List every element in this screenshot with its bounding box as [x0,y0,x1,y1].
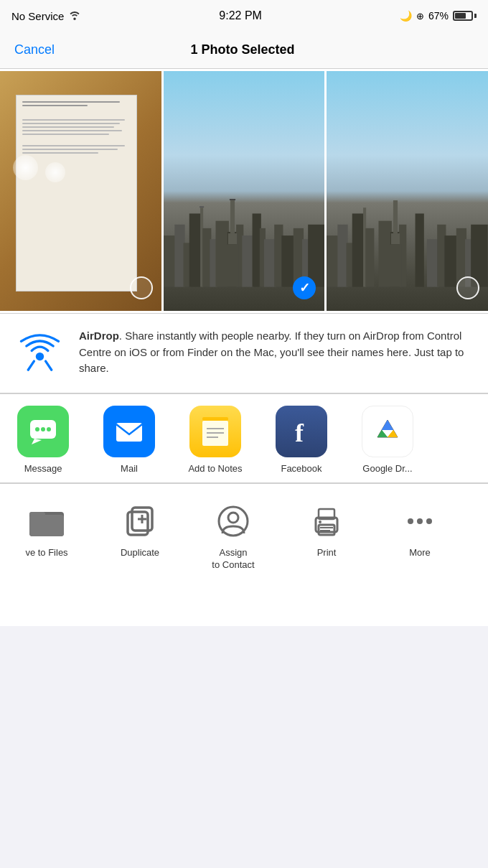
app-label-drive: Google Dr... [362,463,412,474]
svg-rect-36 [427,239,438,286]
notes-icon [189,406,241,457]
svg-marker-49 [32,439,42,444]
wifi-icon [68,10,81,22]
svg-rect-53 [116,423,142,442]
svg-marker-67 [388,430,398,437]
svg-rect-54 [202,417,228,421]
action-label-print: Print [317,547,337,559]
photo-cell-2[interactable]: ✓ [164,71,325,311]
nav-bar: Cancel 1 Photo Selected [0,32,488,69]
action-row: ve to Files Duplicate Assignto Contact [0,484,488,583]
duplicate-icon [120,501,160,541]
svg-rect-4 [189,213,200,286]
drive-icon [362,406,413,457]
battery-icon [453,11,477,21]
photo-cell-3[interactable] [327,71,488,311]
svg-point-52 [47,427,51,431]
folder-icon [27,501,67,541]
svg-rect-24 [226,244,238,286]
facebook-icon: f [276,406,327,457]
message-icon [17,406,69,457]
svg-rect-31 [365,228,374,286]
battery-percent: 67% [428,10,449,22]
app-item-notes[interactable]: Add to Notes [172,406,258,474]
app-item-facebook[interactable]: f Facebook [258,406,344,474]
svg-line-46 [28,361,34,370]
svg-rect-17 [281,235,294,286]
svg-rect-15 [264,239,276,286]
app-row: Message Mail Add to Notes f [0,394,488,483]
airdrop-title: AirDrop [79,330,119,342]
action-assign-contact[interactable]: Assignto Contact [187,495,280,577]
mail-icon [103,406,155,457]
svg-rect-2 [174,224,184,286]
svg-rect-5 [200,206,204,207]
more-icon [400,501,440,541]
svg-point-82 [319,521,322,523]
svg-rect-20 [308,224,324,286]
svg-rect-43 [391,233,400,244]
moon-icon: 🌙 [400,10,412,22]
svg-rect-27 [338,224,348,286]
action-print[interactable]: Print [280,495,373,577]
print-icon [306,501,347,541]
svg-point-84 [417,518,423,524]
app-label-facebook: Facebook [281,463,322,474]
svg-text:f: f [295,419,304,447]
app-item-drive[interactable]: Google Dr... [344,406,431,474]
cancel-button[interactable]: Cancel [14,42,55,57]
svg-rect-29 [352,213,364,286]
app-label-message: Message [24,463,62,474]
svg-point-85 [426,518,432,524]
app-item-message[interactable]: Message [0,406,86,474]
svg-rect-41 [471,224,488,286]
action-label-more: More [409,547,431,559]
time-label: 9:22 PM [219,9,262,22]
svg-marker-65 [382,420,393,430]
svg-point-83 [408,518,413,524]
status-bar: No Service 9:22 PM 🌙 ⊕ 67% [0,0,488,32]
photo-grid: ✓ [0,69,488,313]
nav-title: 1 Photo Selected [190,42,294,57]
location-icon: ⊕ [416,11,424,22]
action-save-files[interactable]: ve to Files [0,495,93,577]
airdrop-icon [14,328,65,378]
airdrop-description: . Share instantly with people nearby. If… [79,330,464,374]
airdrop-text: AirDrop. Share instantly with people nea… [79,328,474,377]
status-right: 🌙 ⊕ 67% [400,10,477,22]
svg-rect-42 [393,200,398,233]
svg-marker-66 [377,430,388,437]
svg-rect-21 [230,199,235,200]
app-item-mail[interactable]: Mail [86,406,172,474]
action-label-assign-contact: Assignto Contact [212,547,254,571]
app-label-mail: Mail [121,463,138,474]
svg-point-51 [41,427,45,431]
svg-point-76 [228,513,238,523]
carrier-label: No Service [11,10,64,22]
action-label-save-files: ve to Files [25,547,67,559]
svg-point-50 [35,427,39,431]
bottom-padding [0,583,488,626]
action-duplicate[interactable]: Duplicate [93,495,187,577]
app-label-notes: Add to Notes [188,463,242,474]
photo-3-selection[interactable] [456,276,479,299]
action-more[interactable]: More [373,495,466,577]
airdrop-section: AirDrop. Share instantly with people nea… [0,314,488,393]
svg-rect-38 [445,235,458,286]
status-left: No Service [11,10,81,22]
checkmark-icon: ✓ [299,281,310,294]
svg-rect-23 [228,233,237,244]
svg-rect-35 [416,213,424,286]
svg-rect-12 [242,235,253,286]
svg-rect-44 [390,244,401,286]
photo-cell-1[interactable] [0,71,161,311]
svg-rect-70 [29,512,45,516]
photo-1-selection[interactable] [130,276,153,299]
action-label-duplicate: Duplicate [121,547,159,559]
svg-rect-69 [29,515,64,536]
contact-icon [213,501,253,541]
svg-line-47 [45,361,51,370]
svg-point-45 [35,352,43,360]
svg-rect-22 [230,200,235,233]
